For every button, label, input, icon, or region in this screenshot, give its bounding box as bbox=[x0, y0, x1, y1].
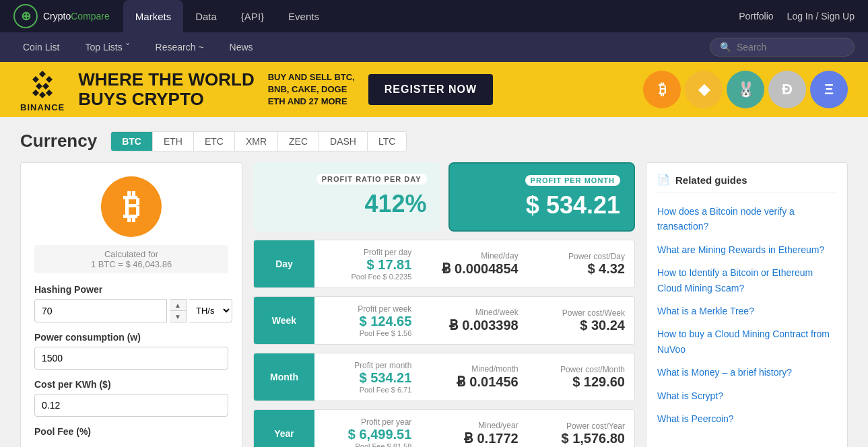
tab-ltc[interactable]: LTC bbox=[368, 132, 406, 151]
hashing-input-wrap: ▲ ▼ TH/s GH/s MH/s bbox=[34, 299, 228, 322]
portfolio-link[interactable]: Portfolio bbox=[739, 11, 773, 22]
related-link-7[interactable]: What is Peercoin? bbox=[657, 411, 836, 426]
sec-nav-toplists[interactable]: Top Lists ˅ bbox=[75, 32, 139, 62]
detail-row-week: Week Profit per week $ 124.65 Pool Fee $… bbox=[253, 296, 635, 345]
tab-btc[interactable]: BTC bbox=[111, 132, 153, 151]
related-link-2[interactable]: How to Identify a Bitcoin or Ethereum Cl… bbox=[657, 265, 836, 296]
related-link-1[interactable]: What are Mining Rewards in Ethereum? bbox=[657, 242, 836, 257]
logo-crypto: Crypto bbox=[43, 11, 71, 22]
power-consumption-group: Power consumption (w) bbox=[34, 332, 228, 370]
svg-marker-5 bbox=[46, 90, 53, 96]
btc-icon-area: ₿ bbox=[34, 176, 228, 237]
banner-logo: BINANCE bbox=[20, 67, 65, 112]
mined-year-value: Ƀ 0.1772 bbox=[430, 430, 518, 446]
sec-nav-coinlist[interactable]: Coin List bbox=[13, 32, 69, 62]
right-panel: 📄 Related guides How does a Bitcoin node… bbox=[646, 162, 848, 447]
hashing-power-label: Hashing Power bbox=[34, 284, 228, 295]
related-link-6[interactable]: What is Scrypt? bbox=[657, 388, 836, 403]
profit-year-cell: Profit per year $ 6,499.51 Pool Fee $ 81… bbox=[314, 410, 421, 447]
main-grid: ₿ Calculated for 1 BTC = $ 46,043.86 Has… bbox=[20, 162, 848, 447]
tab-etc[interactable]: ETC bbox=[194, 132, 235, 151]
profit-month-label: PROFIT PER MONTH bbox=[525, 175, 620, 186]
power-week-label: Power cost/Week bbox=[537, 308, 625, 318]
related-link-3[interactable]: What is a Merkle Tree? bbox=[657, 304, 836, 318]
tab-eth[interactable]: ETH bbox=[153, 132, 194, 151]
profit-summary: PROFIT RATIO PER DAY 412% PROFIT PER MON… bbox=[253, 162, 635, 232]
logo[interactable]: ⊕ CryptoCompare bbox=[13, 4, 110, 28]
left-panel: ₿ Calculated for 1 BTC = $ 46,043.86 Has… bbox=[20, 162, 242, 447]
mined-year-label: Mined/year bbox=[430, 421, 518, 430]
tab-zec[interactable]: ZEC bbox=[278, 132, 319, 151]
tab-dash[interactable]: DASH bbox=[319, 132, 368, 151]
sec-nav-research[interactable]: Research ~ bbox=[146, 32, 213, 62]
mined-week-cell: Mined/week Ƀ 0.003398 bbox=[421, 297, 527, 344]
doge-coin-icon: Ð bbox=[768, 71, 806, 108]
profit-day-pool: Pool Fee $ 0.2235 bbox=[324, 273, 411, 281]
register-button[interactable]: REGISTER NOW bbox=[368, 74, 493, 105]
detail-row-year: Year Profit per year $ 6,499.51 Pool Fee… bbox=[253, 409, 635, 447]
profit-month-pool: Pool Fee $ 6.71 bbox=[324, 386, 411, 394]
mined-month-label: Mined/month bbox=[430, 364, 518, 374]
svg-marker-3 bbox=[36, 83, 49, 90]
profit-week-pool: Pool Fee $ 1.56 bbox=[324, 329, 411, 337]
nav-right: Portfolio Log In / Sign Up bbox=[739, 11, 855, 22]
related-guides-title: Related guides bbox=[675, 174, 747, 186]
power-consumption-input[interactable] bbox=[34, 347, 228, 370]
svg-marker-6 bbox=[39, 92, 46, 98]
power-month-cell: Power cost/Month $ 129.60 bbox=[528, 353, 634, 401]
svg-marker-1 bbox=[32, 76, 39, 83]
related-link-0[interactable]: How does a Bitcoin node verify a transac… bbox=[657, 204, 836, 234]
page-title: Currency bbox=[20, 131, 97, 151]
search-box[interactable]: 🔍 bbox=[710, 38, 855, 57]
nav-api[interactable]: {API} bbox=[229, 0, 276, 32]
mined-week-label: Mined/week bbox=[430, 308, 518, 317]
sec-nav-news[interactable]: News bbox=[220, 32, 263, 62]
hash-decrement[interactable]: ▼ bbox=[170, 311, 186, 322]
document-icon: 📄 bbox=[657, 174, 670, 186]
banner-coins: ₿ ◆ 🐰 Ð Ξ bbox=[643, 71, 848, 108]
nav-events[interactable]: Events bbox=[276, 0, 331, 32]
mined-day-label: Mined/day bbox=[430, 251, 518, 261]
search-input[interactable] bbox=[737, 42, 844, 53]
profit-year-value: $ 6,499.51 bbox=[324, 427, 411, 442]
mined-month-cell: Mined/month Ƀ 0.01456 bbox=[421, 353, 527, 401]
banner: BINANCE WHERE THE WORLD BUYS CRYPTO BUY … bbox=[0, 62, 868, 117]
top-navigation: ⊕ CryptoCompare Markets Data {API} Event… bbox=[0, 0, 868, 32]
power-month-label: Power cost/Month bbox=[537, 365, 625, 374]
power-year-cell: Power cost/Year $ 1,576.80 bbox=[528, 410, 634, 447]
currency-tabs: BTC ETH ETC XMR ZEC DASH LTC bbox=[110, 131, 407, 151]
pool-fee-group: Pool Fee (%) bbox=[34, 426, 228, 437]
power-week-value: $ 30.24 bbox=[537, 318, 625, 333]
period-day: Day bbox=[254, 240, 314, 287]
related-link-5[interactable]: What is Money – a brief history? bbox=[657, 365, 836, 380]
hash-increment[interactable]: ▲ bbox=[170, 300, 186, 311]
power-consumption-label: Power consumption (w) bbox=[34, 332, 228, 343]
login-link[interactable]: Log In / Sign Up bbox=[787, 11, 855, 22]
hashing-input[interactable] bbox=[34, 299, 167, 322]
profit-week-value: $ 124.65 bbox=[324, 314, 411, 329]
period-year: Year bbox=[254, 410, 314, 447]
related-guides-header: 📄 Related guides bbox=[657, 174, 836, 193]
eth-coin-icon: Ξ bbox=[810, 71, 848, 108]
mined-month-value: Ƀ 0.01456 bbox=[430, 374, 518, 390]
tab-xmr[interactable]: XMR bbox=[235, 132, 278, 151]
mined-week-value: Ƀ 0.003398 bbox=[430, 317, 518, 333]
hash-unit-select[interactable]: TH/s GH/s MH/s bbox=[189, 299, 232, 322]
nav-markets[interactable]: Markets bbox=[123, 0, 183, 32]
calc-for-value: 1 BTC = $ 46,043.86 bbox=[38, 259, 224, 269]
mined-day-cell: Mined/day Ƀ 0.0004854 bbox=[421, 240, 527, 287]
cost-kwh-input[interactable] bbox=[34, 394, 228, 417]
profit-day-card: PROFIT RATIO PER DAY 412% bbox=[253, 162, 440, 232]
nav-data[interactable]: Data bbox=[183, 0, 229, 32]
profit-month-value: $ 534.21 bbox=[463, 191, 621, 219]
profit-month-value: $ 534.21 bbox=[324, 370, 411, 386]
logo-text: CryptoCompare bbox=[43, 11, 110, 22]
banner-headline: WHERE THE WORLD BUYS CRYPTO bbox=[78, 70, 254, 108]
logo-compare: Compare bbox=[71, 11, 110, 22]
profit-week-cell: Profit per week $ 124.65 Pool Fee $ 1.56 bbox=[314, 297, 421, 344]
currency-header: Currency BTC ETH ETC XMR ZEC DASH LTC bbox=[20, 131, 848, 151]
related-link-4[interactable]: How to buy a Cloud Mining Contract from … bbox=[657, 326, 836, 357]
profit-day-cell-label: Profit per day bbox=[324, 248, 411, 257]
profit-day-cell: Profit per day $ 17.81 Pool Fee $ 0.2235 bbox=[314, 240, 421, 287]
search-icon: 🔍 bbox=[720, 42, 731, 53]
